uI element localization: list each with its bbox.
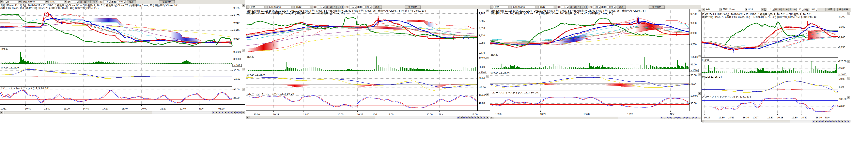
svg-text:出来高: 出来高 — [702, 59, 709, 62]
svg-text:スロー・ストキャスティクス( 14, 3, 80, 20 ): スロー・ストキャスティクス( 14, 3, 80, 20 ) — [247, 93, 295, 95]
svg-text:日経225mini: 日経225mini — [513, 6, 525, 8]
svg-text:Nov: Nov — [670, 113, 674, 115]
svg-text:9,050: 9,050 — [234, 21, 240, 24]
svg-text:20:00: 20:00 — [337, 113, 343, 116]
svg-text:8,775: 8,775 — [479, 51, 485, 54]
svg-text:35.00: 35.00 — [479, 66, 485, 69]
svg-text:16:30: 16:30 — [718, 116, 724, 119]
svg-text:適用: 適用 — [375, 6, 379, 8]
svg-text:日: 日 — [326, 6, 328, 8]
svg-text:8,990: 8,990 — [234, 29, 240, 32]
svg-text:12:00: 12:00 — [471, 113, 477, 116]
svg-text:12:00: 12:00 — [44, 107, 50, 110]
svg-text:T: T — [586, 6, 587, 8]
svg-text:100.00: 100.00 — [839, 98, 846, 101]
svg-text:8,930: 8,930 — [234, 37, 240, 40]
svg-text:MACD( 12, 26, 9 ): MACD( 12, 26, 9 ) — [702, 75, 722, 78]
svg-text:分: 分 — [794, 8, 796, 11]
svg-text:9,165: 9,165 — [479, 12, 485, 15]
svg-text:11/12: 11/12 — [748, 8, 753, 10]
svg-text:日: 日 — [80, 1, 82, 3]
svg-text:10/27: 10/27 — [540, 113, 546, 115]
svg-text:本数: 本数 — [112, 1, 116, 3]
svg-text:先物: 先物 — [706, 8, 710, 10]
svg-text:先物: 先物 — [251, 6, 255, 8]
svg-text:8,900: 8,900 — [839, 36, 845, 39]
svg-text:複数銘柄: 複数銘柄 — [408, 6, 417, 8]
svg-text:10/31: 10/31 — [373, 113, 379, 116]
svg-text:14:40: 14:40 — [83, 107, 89, 110]
svg-text:日: 日 — [570, 6, 572, 8]
svg-text:9,050: 9,050 — [839, 25, 845, 28]
svg-text:8,750: 8,750 — [690, 43, 696, 46]
svg-text:5.00: 5.00 — [839, 85, 844, 88]
svg-text:95.00: 95.00 — [234, 88, 240, 91]
svg-text:複数銘柄: 複数銘柄 — [839, 8, 848, 10]
svg-text:100.00: 100.00 — [479, 56, 486, 59]
svg-text:複数銘柄: 複数銘柄 — [652, 6, 661, 8]
svg-text:40.00: 40.00 — [479, 77, 485, 80]
svg-text:-10.00: -10.00 — [234, 77, 240, 80]
svg-text:9,050: 9,050 — [690, 22, 696, 25]
svg-text:10/28: 10/28 — [273, 113, 279, 116]
svg-text:出来高: 出来高 — [247, 55, 254, 58]
svg-text:分: 分 — [346, 6, 348, 8]
svg-text:適用: 適用 — [619, 6, 623, 8]
svg-text:移動平均( Close, 10 ) 移動平均( Clo: 移動平均( Close, 10 ) 移動平均( Close, 150 ) 移動平… — [491, 12, 613, 15]
svg-text:月: 月 — [334, 6, 336, 8]
svg-text:先物: 先物 — [5, 0, 9, 3]
svg-text:分: 分 — [582, 6, 584, 8]
svg-text:10/29: 10/29 — [357, 113, 363, 116]
svg-text:先物: 先物 — [495, 6, 499, 8]
svg-text:70.00: 70.00 — [839, 78, 845, 80]
svg-text:10/26: 10/26 — [728, 116, 734, 119]
svg-text:× 1000: × 1000 — [839, 73, 846, 76]
svg-text:1: 1 — [564, 6, 565, 8]
svg-text:10/27: 10/27 — [752, 116, 758, 119]
svg-text:本数: 本数 — [804, 8, 808, 11]
svg-text:500: 500 — [365, 6, 369, 8]
svg-text:16:30: 16:30 — [767, 116, 773, 119]
svg-text:30.00: 30.00 — [234, 69, 240, 72]
svg-text:21:20: 21:20 — [160, 107, 166, 110]
svg-text:30: 30 — [595, 6, 598, 8]
svg-text:適用: 適用 — [129, 0, 133, 3]
svg-text:9,165: 9,165 — [234, 7, 240, 9]
svg-text:35.00: 35.00 — [690, 102, 696, 105]
svg-text:スロー・ストキャスティクス( 14, 3, 80, 20 ): スロー・ストキャスティクス( 14, 3, 80, 20 ) — [1, 87, 49, 90]
svg-text:12:00: 12:00 — [303, 113, 309, 116]
svg-text:スロー・ストキャスティクス( 14, 3, 80, 20 ): スロー・ストキャスティクス( 14, 3, 80, 20 ) — [491, 91, 539, 94]
svg-text:MACD( 12, 26, 9 ): MACD( 12, 26, 9 ) — [1, 66, 20, 69]
svg-text:10/25: 10/25 — [704, 116, 710, 119]
svg-text:500: 500 — [811, 8, 815, 10]
svg-text:900.00: 900.00 — [234, 51, 241, 53]
svg-text:8,900: 8,900 — [690, 32, 696, 34]
svg-text:40.00: 40.00 — [479, 102, 485, 105]
svg-text:日経225mini: 日経225mini — [269, 6, 281, 8]
svg-text:220.00: 220.00 — [839, 60, 846, 63]
svg-text:T: T — [96, 1, 97, 3]
svg-text:出来高: 出来高 — [491, 53, 498, 56]
svg-text:10/29: 10/29 — [801, 116, 807, 119]
svg-text:11/12: 11/12 — [296, 6, 302, 8]
svg-text:10/28: 10/28 — [777, 116, 783, 119]
svg-text:300.00: 300.00 — [234, 58, 241, 60]
svg-text:日経225mini 11/12( 5分, 2011/10/2: 日経225mini 11/12( 5分, 2011/10/27 - 2011/1… — [0, 4, 179, 7]
svg-text:8,930: 8,930 — [479, 34, 485, 37]
svg-text:11/12: 11/12 — [50, 0, 56, 3]
svg-text:T: T — [342, 6, 343, 8]
svg-text:10/31: 10/31 — [0, 107, 6, 110]
svg-text:1: 1 — [770, 8, 772, 10]
svg-text:適用: 適用 — [828, 8, 832, 10]
svg-text:10/28: 10/28 — [584, 113, 590, 115]
svg-text:20:00: 20:00 — [141, 107, 147, 110]
svg-text:週: 週 — [574, 6, 576, 8]
svg-text:足: 足 — [68, 1, 70, 3]
svg-text:本数: 本数 — [358, 6, 362, 8]
svg-text:55.00: 55.00 — [690, 74, 696, 77]
svg-text:× 100: × 100 — [234, 64, 240, 67]
svg-text:足: 足 — [314, 6, 316, 8]
svg-text:20:00: 20:00 — [254, 113, 260, 116]
svg-text:22:40: 22:40 — [180, 107, 186, 110]
svg-text:8,750: 8,750 — [839, 46, 845, 49]
